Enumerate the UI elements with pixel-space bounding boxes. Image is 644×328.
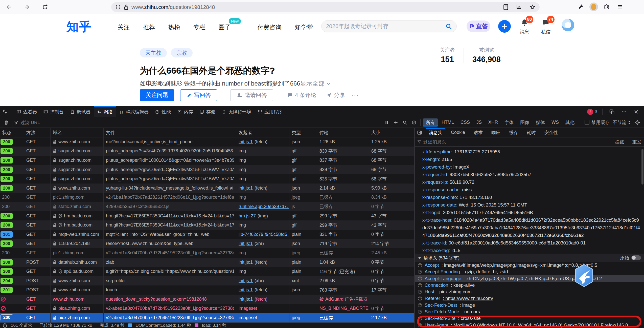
request-row[interactable]: 200GETsugar.zhihu.complutus_adreaper?idi… xyxy=(0,156,415,165)
initiator-link[interactable]: lib-74f62c79.f945c58fd5… xyxy=(239,232,289,237)
create-button[interactable] xyxy=(498,20,511,33)
response-header-line[interactable]: x-kfc-resptime: 1761632725-2715955 xyxy=(422,148,641,156)
details-tab-消息头[interactable]: 消息头 xyxy=(424,128,447,137)
header-help-icon[interactable]: ? xyxy=(418,290,422,294)
user-avatar[interactable] xyxy=(562,19,574,31)
back-button[interactable] xyxy=(4,3,13,12)
request-headers-section[interactable]: 请求头 (534 字节) 原始 xyxy=(415,254,644,262)
block-header-button[interactable]: 拦截 xyxy=(615,139,624,145)
close-devtools-icon[interactable] xyxy=(632,108,640,116)
request-row[interactable]: 200GEThm.baidu.comhm.gif?hca=17E66E5F353… xyxy=(0,211,415,221)
clear-requests-trash-icon[interactable] xyxy=(2,119,11,126)
nav-item[interactable]: 热榜 xyxy=(168,23,180,31)
type-filter-其他[interactable]: 其他 xyxy=(563,118,577,127)
response-header-line[interactable]: x-response-cinfo: 171.43.173.160 xyxy=(422,194,641,201)
toolbox-tab-network[interactable]: 网络 xyxy=(94,106,116,117)
search-icon[interactable] xyxy=(445,23,452,30)
header-help-icon[interactable]: ? xyxy=(418,310,422,314)
request-row[interactable]: 101GETmqtt-web.zhihu.commqtt?client_info… xyxy=(0,230,415,239)
extensions-puzzle-icon[interactable] xyxy=(602,2,611,11)
block-request-icon[interactable] xyxy=(410,119,418,126)
responsive-design-icon[interactable] xyxy=(608,108,616,116)
request-row[interactable]: 200GETpic1.zhimg.comv2-f1ba1fabc72b67ad2… xyxy=(0,193,415,202)
request-row[interactable]: 200GETsugar.zhihu.complutus_adreaper?qpw… xyxy=(0,165,415,174)
show-all-link[interactable]: 显示全部 xyxy=(300,80,331,87)
pick-element-icon[interactable] xyxy=(0,109,10,115)
header-help-icon[interactable]: ? xyxy=(418,303,422,307)
filter-url-input[interactable]: 过滤 URL xyxy=(20,119,40,126)
topic-tag[interactable]: 宗教 xyxy=(171,48,193,57)
raw-headers-toggle[interactable] xyxy=(631,255,641,260)
details-tab-缓存[interactable]: 缓存 xyxy=(505,128,522,137)
request-header-line[interactable]: ?Referer: https://www.zhihu.com/ xyxy=(418,295,644,302)
nav-item[interactable]: 知学堂 xyxy=(295,23,313,31)
request-row[interactable]: 200GEThm.baidu.comhm.gif?hca=17E66E5F353… xyxy=(0,220,415,230)
type-filter-字体[interactable]: 字体 xyxy=(502,118,516,127)
header-help-icon[interactable]: ? xyxy=(418,270,422,274)
new-request-plus-icon[interactable] xyxy=(392,119,400,126)
zhida-button[interactable]: 直答 xyxy=(467,20,490,32)
request-row[interactable]: GETwww.zhihu.comquestion_down_sticky?que… xyxy=(0,295,415,304)
throttle-dropdown[interactable]: 不节流 xyxy=(613,119,631,126)
request-header-line[interactable]: ?Accept: image/avif,image/webp,image/png… xyxy=(418,262,644,269)
header-help-icon[interactable]: ? xyxy=(418,296,422,301)
header-help-icon[interactable]: ? xyxy=(418,263,422,268)
response-header-line[interactable]: x-request-id: 98037b5b30d62bf521a898b79c… xyxy=(422,171,641,178)
header-help-icon[interactable]: ? xyxy=(418,283,422,288)
details-tab-响应[interactable]: 响应 xyxy=(487,128,505,137)
search-requests-icon[interactable] xyxy=(401,119,409,126)
toolbox-tab-inspector[interactable]: 查看器 xyxy=(13,106,40,117)
request-row[interactable]: 204POSTwww.zhihu.comsc-profilerinit.js:1… xyxy=(0,276,415,285)
comments-button[interactable]: 4 条评论 xyxy=(287,91,316,99)
nav-item[interactable]: 付费咨询 xyxy=(257,23,282,31)
type-filter-XHR[interactable]: XHR xyxy=(486,119,501,126)
nav-item[interactable]: 专栏 xyxy=(193,23,205,31)
request-header-line[interactable]: ?Accept-Encoding: gzip, deflate, br, zst… xyxy=(418,269,644,275)
toolbox-tab-style[interactable]: {}样式编辑器 xyxy=(116,106,152,117)
column-header-1[interactable]: 状态 xyxy=(0,128,24,137)
type-filter-CSS[interactable]: CSS xyxy=(458,119,473,126)
forward-button[interactable] xyxy=(23,3,32,12)
column-header-4[interactable]: 文件 xyxy=(104,128,236,137)
toolbox-tab-console[interactable]: 控制台 xyxy=(40,106,67,117)
request-row[interactable]: 200GETwww.zhihu.comme?include=email,is_a… xyxy=(0,137,415,147)
header-help-icon[interactable]: ? xyxy=(418,323,422,327)
network-settings-gear-icon[interactable] xyxy=(633,119,642,126)
type-filter-媒体[interactable]: 媒体 xyxy=(533,118,548,127)
column-header-8[interactable]: 大小 xyxy=(369,128,415,137)
collapse-details-icon[interactable] xyxy=(415,128,424,137)
disable-cache-checkbox[interactable]: 禁用缓存 xyxy=(585,119,610,126)
toolbox-tab-performance[interactable]: 性能 xyxy=(152,106,174,117)
initiator-link[interactable]: init.js:1 xyxy=(239,186,253,191)
response-header-line[interactable]: x-response-date: Wed, 15 Oct 2025 15:57:… xyxy=(422,201,641,209)
nav-item[interactable]: 关注 xyxy=(118,23,130,31)
response-header-line[interactable]: x-tt-trace-tag: id=5 xyxy=(422,247,641,254)
toolbox-tab-accessibility[interactable]: 无障碍环境 xyxy=(219,106,255,117)
nav-item[interactable]: 圈子New xyxy=(219,23,231,31)
menu-hamburger-icon[interactable] xyxy=(615,2,624,11)
toolbox-tab-memory[interactable]: 内存 xyxy=(174,106,196,117)
type-filter-HTML[interactable]: HTML xyxy=(439,119,457,126)
request-row[interactable]: 200GETstatic.zhihu.com4299.60b25a97c3f06… xyxy=(0,202,415,211)
nav-item[interactable]: 推荐 xyxy=(143,23,155,31)
column-header-2[interactable]: 方法 xyxy=(24,128,51,137)
search-box[interactable]: 2026年起吸毒记录可封存 xyxy=(321,20,457,32)
response-header-line[interactable]: x-length: 2165 xyxy=(422,156,641,163)
request-row[interactable]: 200GETpicx.zhimg.comv2-abed1a8c04700ba7d… xyxy=(0,313,415,322)
response-header-line[interactable]: x-tt-trace-host: 01840204a4a97170dad3a5a… xyxy=(422,216,641,239)
request-row[interactable]: 200GETsugar.zhihu.complutus_adreaper?qpw… xyxy=(0,174,415,183)
url-bar[interactable]: www.zhihu.com/question/19812848 xyxy=(111,2,540,12)
response-header-line[interactable]: x-tt-trace-id: 00-e6df81a203010ad08c5d58… xyxy=(422,239,641,247)
tracking-shield-icon[interactable] xyxy=(115,4,121,10)
column-header-5[interactable]: 发起者 xyxy=(236,128,289,137)
share-button[interactable]: 分享 xyxy=(326,91,345,99)
request-header-line[interactable]: ?User-Agent: Mozilla/5.0 (Windows NT 10.… xyxy=(418,322,644,328)
type-filter-JS[interactable]: JS xyxy=(474,119,485,126)
type-filter-WS[interactable]: WS xyxy=(549,119,562,126)
initiator-link[interactable]: init.js:1 xyxy=(239,278,253,283)
request-header-line[interactable]: ?Sec-Fetch-Site: cross-site xyxy=(418,315,644,322)
column-header-3[interactable]: 域名 xyxy=(51,128,104,137)
response-header-line[interactable]: x-response-cache: miss xyxy=(422,186,641,194)
initiator-link[interactable]: init.js:1 xyxy=(239,260,253,265)
messages-button[interactable]: 80 消息 xyxy=(516,18,533,35)
